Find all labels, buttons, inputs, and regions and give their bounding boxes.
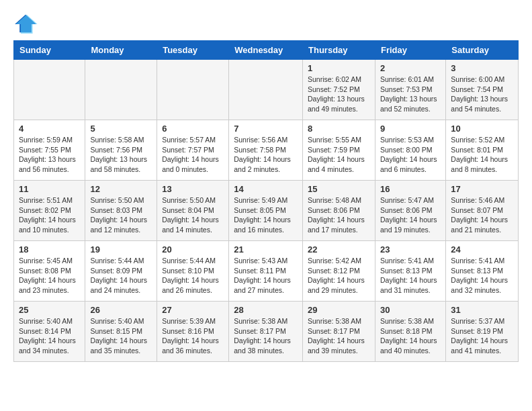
- day-info: Sunrise: 5:46 AM Sunset: 8:07 PM Dayligh…: [451, 195, 513, 235]
- day-number: 29: [308, 305, 370, 315]
- calendar-cell: 20Sunrise: 5:44 AM Sunset: 8:10 PM Dayli…: [157, 241, 229, 302]
- day-number: 6: [162, 124, 224, 134]
- day-number: 27: [162, 305, 224, 315]
- calendar-cell: 21Sunrise: 5:43 AM Sunset: 8:11 PM Dayli…: [229, 241, 303, 302]
- day-number: 4: [19, 124, 80, 134]
- calendar-cell: 26Sunrise: 5:40 AM Sunset: 8:15 PM Dayli…: [85, 302, 157, 362]
- day-number: 15: [308, 184, 370, 194]
- calendar-cell: [85, 60, 157, 120]
- calendar-cell: 28Sunrise: 5:38 AM Sunset: 8:17 PM Dayli…: [229, 302, 303, 362]
- day-number: 25: [19, 305, 80, 315]
- calendar-cell: 4Sunrise: 5:59 AM Sunset: 7:55 PM Daylig…: [14, 120, 85, 181]
- day-header-sunday: Sunday: [14, 41, 85, 60]
- day-header-friday: Friday: [375, 41, 445, 60]
- calendar-cell: 15Sunrise: 5:48 AM Sunset: 8:06 PM Dayli…: [303, 181, 375, 241]
- calendar-cell: 16Sunrise: 5:47 AM Sunset: 8:06 PM Dayli…: [375, 181, 445, 241]
- day-number: 7: [234, 124, 298, 134]
- calendar-cell: 10Sunrise: 5:52 AM Sunset: 8:01 PM Dayli…: [446, 120, 519, 181]
- calendar-cell: 14Sunrise: 5:49 AM Sunset: 8:05 PM Dayli…: [229, 181, 303, 241]
- day-number: 21: [234, 244, 298, 255]
- day-number: 3: [451, 63, 513, 73]
- day-number: 11: [19, 184, 80, 194]
- day-header-saturday: Saturday: [446, 41, 519, 60]
- calendar-cell: 24Sunrise: 5:41 AM Sunset: 8:13 PM Dayli…: [446, 241, 519, 302]
- day-number: 18: [19, 244, 80, 255]
- day-info: Sunrise: 5:38 AM Sunset: 8:17 PM Dayligh…: [308, 316, 370, 356]
- day-number: 22: [308, 244, 370, 255]
- calendar-cell: 27Sunrise: 5:39 AM Sunset: 8:16 PM Dayli…: [157, 302, 229, 362]
- calendar-cell: 22Sunrise: 5:42 AM Sunset: 8:12 PM Dayli…: [303, 241, 375, 302]
- calendar-week-row: 25Sunrise: 5:40 AM Sunset: 8:14 PM Dayli…: [14, 302, 519, 362]
- calendar-cell: 13Sunrise: 5:50 AM Sunset: 8:04 PM Dayli…: [157, 181, 229, 241]
- calendar-cell: 23Sunrise: 5:41 AM Sunset: 8:13 PM Dayli…: [375, 241, 445, 302]
- day-info: Sunrise: 5:49 AM Sunset: 8:05 PM Dayligh…: [234, 195, 298, 235]
- day-info: Sunrise: 5:41 AM Sunset: 8:13 PM Dayligh…: [451, 256, 513, 295]
- day-info: Sunrise: 6:00 AM Sunset: 7:54 PM Dayligh…: [451, 75, 513, 114]
- calendar-cell: 5Sunrise: 5:58 AM Sunset: 7:56 PM Daylig…: [85, 120, 157, 181]
- day-info: Sunrise: 5:44 AM Sunset: 8:10 PM Dayligh…: [162, 256, 224, 295]
- day-number: 23: [380, 244, 441, 255]
- calendar-cell: 7Sunrise: 5:56 AM Sunset: 7:58 PM Daylig…: [229, 120, 303, 181]
- day-info: Sunrise: 5:37 AM Sunset: 8:19 PM Dayligh…: [451, 316, 513, 356]
- calendar-cell: 18Sunrise: 5:45 AM Sunset: 8:08 PM Dayli…: [14, 241, 85, 302]
- calendar-cell: 11Sunrise: 5:51 AM Sunset: 8:02 PM Dayli…: [14, 181, 85, 241]
- calendar-cell: 29Sunrise: 5:38 AM Sunset: 8:17 PM Dayli…: [303, 302, 375, 362]
- day-info: Sunrise: 5:42 AM Sunset: 8:12 PM Dayligh…: [308, 256, 370, 295]
- day-number: 16: [380, 184, 441, 194]
- calendar-table: SundayMondayTuesdayWednesdayThursdayFrid…: [13, 40, 519, 362]
- svg-marker-1: [16, 15, 38, 34]
- day-info: Sunrise: 5:57 AM Sunset: 7:57 PM Dayligh…: [162, 135, 224, 175]
- day-info: Sunrise: 5:52 AM Sunset: 8:01 PM Dayligh…: [451, 135, 513, 175]
- calendar-cell: 3Sunrise: 6:00 AM Sunset: 7:54 PM Daylig…: [446, 60, 519, 120]
- day-info: Sunrise: 5:53 AM Sunset: 8:00 PM Dayligh…: [380, 135, 441, 175]
- calendar-cell: 31Sunrise: 5:37 AM Sunset: 8:19 PM Dayli…: [446, 302, 519, 362]
- calendar-cell: 19Sunrise: 5:44 AM Sunset: 8:09 PM Dayli…: [85, 241, 157, 302]
- day-info: Sunrise: 5:48 AM Sunset: 8:06 PM Dayligh…: [308, 195, 370, 235]
- day-number: 5: [90, 124, 152, 134]
- day-header-wednesday: Wednesday: [229, 41, 303, 60]
- day-number: 24: [451, 244, 513, 255]
- day-info: Sunrise: 5:50 AM Sunset: 8:03 PM Dayligh…: [90, 195, 152, 235]
- calendar-cell: 6Sunrise: 5:57 AM Sunset: 7:57 PM Daylig…: [157, 120, 229, 181]
- day-number: 2: [380, 63, 441, 73]
- calendar-week-row: 11Sunrise: 5:51 AM Sunset: 8:02 PM Dayli…: [14, 181, 519, 241]
- day-info: Sunrise: 6:02 AM Sunset: 7:52 PM Dayligh…: [308, 75, 370, 114]
- day-number: 14: [234, 184, 298, 194]
- day-info: Sunrise: 5:43 AM Sunset: 8:11 PM Dayligh…: [234, 256, 298, 295]
- day-info: Sunrise: 5:38 AM Sunset: 8:17 PM Dayligh…: [234, 316, 298, 356]
- day-header-monday: Monday: [85, 41, 157, 60]
- logo: [13, 13, 42, 34]
- calendar-cell: 1Sunrise: 6:02 AM Sunset: 7:52 PM Daylig…: [303, 60, 375, 120]
- day-header-thursday: Thursday: [303, 41, 375, 60]
- calendar-cell: 8Sunrise: 5:55 AM Sunset: 7:59 PM Daylig…: [303, 120, 375, 181]
- calendar-cell: 25Sunrise: 5:40 AM Sunset: 8:14 PM Dayli…: [14, 302, 85, 362]
- page-header: [13, 13, 519, 34]
- day-number: 30: [380, 305, 441, 315]
- day-info: Sunrise: 5:51 AM Sunset: 8:02 PM Dayligh…: [19, 195, 80, 235]
- calendar-cell: 2Sunrise: 6:01 AM Sunset: 7:53 PM Daylig…: [375, 60, 445, 120]
- day-number: 31: [451, 305, 513, 315]
- calendar-cell: 17Sunrise: 5:46 AM Sunset: 8:07 PM Dayli…: [446, 181, 519, 241]
- day-info: Sunrise: 6:01 AM Sunset: 7:53 PM Dayligh…: [380, 75, 441, 114]
- day-info: Sunrise: 5:44 AM Sunset: 8:09 PM Dayligh…: [90, 256, 152, 295]
- day-number: 20: [162, 244, 224, 255]
- day-number: 12: [90, 184, 152, 194]
- day-info: Sunrise: 5:39 AM Sunset: 8:16 PM Dayligh…: [162, 316, 224, 356]
- day-number: 19: [90, 244, 152, 255]
- day-number: 1: [308, 63, 370, 73]
- day-info: Sunrise: 5:40 AM Sunset: 8:14 PM Dayligh…: [19, 316, 80, 356]
- calendar-cell: [14, 60, 85, 120]
- day-info: Sunrise: 5:56 AM Sunset: 7:58 PM Dayligh…: [234, 135, 298, 175]
- calendar-week-row: 1Sunrise: 6:02 AM Sunset: 7:52 PM Daylig…: [14, 60, 519, 120]
- day-info: Sunrise: 5:59 AM Sunset: 7:55 PM Dayligh…: [19, 135, 80, 175]
- calendar-cell: 12Sunrise: 5:50 AM Sunset: 8:03 PM Dayli…: [85, 181, 157, 241]
- day-info: Sunrise: 5:47 AM Sunset: 8:06 PM Dayligh…: [380, 195, 441, 235]
- day-info: Sunrise: 5:45 AM Sunset: 8:08 PM Dayligh…: [19, 256, 80, 295]
- day-info: Sunrise: 5:41 AM Sunset: 8:13 PM Dayligh…: [380, 256, 441, 295]
- calendar-cell: 30Sunrise: 5:38 AM Sunset: 8:18 PM Dayli…: [375, 302, 445, 362]
- day-number: 28: [234, 305, 298, 315]
- day-info: Sunrise: 5:40 AM Sunset: 8:15 PM Dayligh…: [90, 316, 152, 356]
- calendar-week-row: 18Sunrise: 5:45 AM Sunset: 8:08 PM Dayli…: [14, 241, 519, 302]
- day-header-tuesday: Tuesday: [157, 41, 229, 60]
- day-info: Sunrise: 5:58 AM Sunset: 7:56 PM Dayligh…: [90, 135, 152, 175]
